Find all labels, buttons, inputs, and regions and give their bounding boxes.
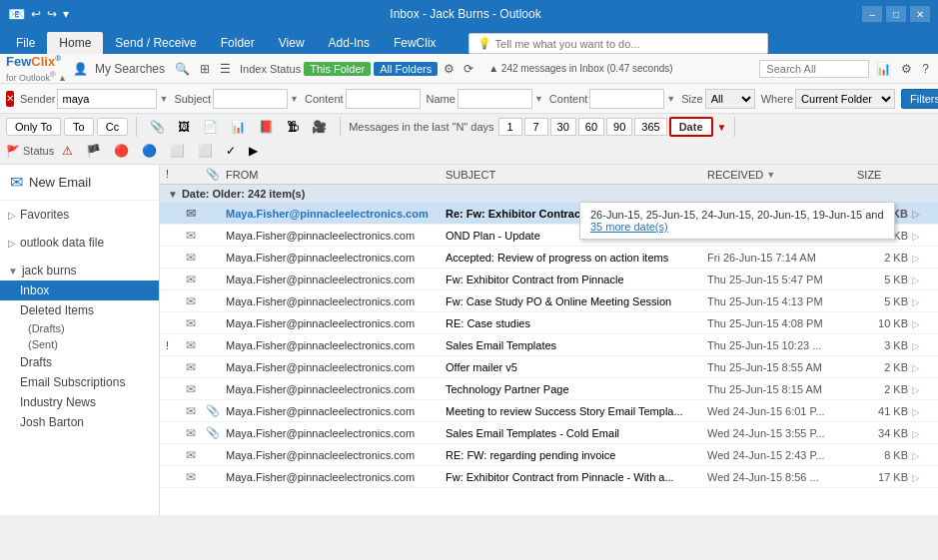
day-60-btn[interactable]: 60 (578, 118, 604, 136)
table-row[interactable]: ! ✉ 📎 Maya.Fisher@pinnacleelectronics.co… (160, 334, 938, 356)
table-row[interactable]: · ✉ 📎 Maya.Fisher@pinnacleelectronics.co… (160, 444, 938, 466)
all-folders-badge[interactable]: All Folders (374, 62, 438, 76)
day-365-btn[interactable]: 365 (634, 118, 666, 136)
list-icon-btn[interactable]: ☰ (217, 61, 234, 77)
search-bar-icon[interactable]: 📊 (873, 61, 894, 77)
this-folder-badge[interactable]: This Folder (304, 62, 371, 76)
doc-btn[interactable]: 📄 (198, 117, 223, 137)
content2-input[interactable] (589, 89, 664, 109)
sidebar-drafts2[interactable]: Drafts (0, 352, 159, 372)
table-row[interactable]: · ✉ 📎 Maya.Fisher@pinnacleelectronics.co… (160, 312, 938, 334)
window-controls: – □ ✕ (862, 6, 930, 22)
sidebar-sent[interactable]: (Sent) (0, 336, 159, 352)
date-dropdown-arrow[interactable]: ▼ (717, 122, 727, 133)
close-btn[interactable]: ✕ (910, 6, 930, 22)
table-row[interactable]: · ✉ 📎 Maya.Fisher@pinnacleelectronics.co… (160, 378, 938, 400)
sidebar-inbox[interactable]: Inbox (0, 280, 159, 300)
zip-btn[interactable]: 🗜 (282, 117, 304, 137)
quick-access-pin[interactable]: ▾ (63, 7, 69, 21)
search-all-input[interactable] (759, 60, 869, 78)
sidebar-favorites-header[interactable]: ▷ Favorites (0, 205, 159, 225)
index-settings-btn[interactable]: ⚙ (441, 61, 458, 77)
table-row[interactable]: · ✉ 📎 Maya.Fisher@pinnacleelectronics.co… (160, 269, 938, 290)
status-check-btn[interactable]: ✓ (221, 141, 241, 161)
filters-btn[interactable]: Filters (901, 89, 938, 109)
col-header-subject[interactable]: SUBJECT (446, 168, 707, 181)
minimize-btn[interactable]: – (862, 6, 882, 22)
table-row[interactable]: · ✉ 📎 Maya.Fisher@pinnacleelectronics.co… (160, 290, 938, 312)
redo-btn[interactable]: ↪ (47, 7, 57, 21)
size-select[interactable]: All (705, 89, 755, 109)
search-icon-btn[interactable]: 🔍 (172, 61, 193, 77)
tab-folder[interactable]: Folder (209, 32, 267, 54)
tab-fewclix[interactable]: FewClix (382, 32, 449, 54)
table-row[interactable]: · ✉ 📎 Maya.Fisher@pinnacleelectronics.co… (160, 247, 938, 269)
spreadsheet-btn[interactable]: 📊 (226, 117, 251, 137)
read-cell: ✉ (186, 251, 206, 265)
to-btn[interactable]: To (64, 118, 94, 136)
sender-input[interactable] (57, 89, 157, 109)
sidebar-deleted-items[interactable]: Deleted Items (0, 300, 159, 320)
sidebar-jackburns-header[interactable]: ▼ jack burns (0, 261, 159, 280)
index-refresh-btn[interactable]: ⟳ (461, 61, 476, 77)
sidebar-industry-news[interactable]: Industry News (0, 392, 159, 412)
subject-expand[interactable]: ▼ (290, 94, 299, 104)
new-email-btn[interactable]: ✉ New Email (0, 165, 159, 201)
table-row[interactable]: · ✉ 📎 Maya.Fisher@pinnacleelectronics.co… (160, 356, 938, 378)
status-empty1-btn[interactable]: ⬜ (165, 141, 190, 161)
where-select[interactable]: Current Folder (795, 89, 895, 109)
col-header-size[interactable]: SIZE (857, 168, 912, 181)
subject-input[interactable] (213, 89, 288, 109)
status-empty2-btn[interactable]: ⬜ (193, 141, 218, 161)
date-btn[interactable]: Date (669, 117, 713, 137)
status-play-btn[interactable]: ▶ (244, 141, 263, 161)
tell-me-input[interactable]: 💡 Tell me what you want to do... (469, 33, 768, 54)
col-header-received[interactable]: RECEIVED ▼ (707, 168, 857, 181)
tab-view[interactable]: View (267, 32, 317, 54)
search-help-btn[interactable]: ? (919, 61, 932, 77)
tooltip-more-dates-link[interactable]: 35 more date(s) (590, 221, 668, 233)
table-row[interactable]: · ✉ 📎 Maya.Fisher@pinnacleelectronics.co… (160, 422, 938, 444)
table-row[interactable]: · ✉ 📎 Maya.Fisher@pinnacleelectronics.co… (160, 400, 938, 422)
undo-btn[interactable]: ↩ (31, 7, 41, 21)
flag-icon: · (166, 405, 169, 417)
my-searches-btn[interactable]: My Searches (92, 61, 168, 77)
tab-addins[interactable]: Add-Ins (317, 32, 382, 54)
tab-home[interactable]: Home (47, 32, 103, 54)
content-input[interactable] (346, 89, 421, 109)
sidebar-email-subscriptions[interactable]: Email Subscriptions (0, 372, 159, 392)
cc-btn[interactable]: Cc (97, 118, 128, 136)
status-blue-btn[interactable]: 🔵 (137, 141, 162, 161)
day-1-btn[interactable]: 1 (498, 118, 522, 136)
clear-search-btn[interactable]: ✕ (6, 91, 14, 107)
video-btn[interactable]: 🎥 (307, 117, 332, 137)
attach-btn[interactable]: 📎 (145, 117, 170, 137)
day-90-btn[interactable]: 90 (606, 118, 632, 136)
col-header-from[interactable]: FROM (226, 168, 446, 181)
sidebar-drafts[interactable]: (Drafts) (0, 320, 159, 336)
email-rows-container: · ✉ 📎 Maya.Fisher@pinnacleelectronics.co… (160, 203, 938, 488)
table-row[interactable]: · ✉ 📎 Maya.Fisher@pinnacleelectronics.co… (160, 466, 938, 488)
tab-send-receive[interactable]: Send / Receive (103, 32, 208, 54)
tab-file[interactable]: File (4, 32, 47, 54)
name-expand[interactable]: ▼ (534, 94, 543, 104)
status-flag-btn[interactable]: 🏴 (81, 141, 106, 161)
photo-btn[interactable]: 🖼 (173, 117, 195, 137)
status-red-btn[interactable]: 🔴 (109, 141, 134, 161)
day-30-btn[interactable]: 30 (550, 118, 576, 136)
maximize-btn[interactable]: □ (886, 6, 906, 22)
name-input[interactable] (458, 89, 532, 109)
content2-expand[interactable]: ▼ (666, 94, 675, 104)
sender-expand[interactable]: ▼ (159, 94, 168, 104)
email-subscriptions-label: Email Subscriptions (20, 375, 125, 389)
day-7-btn[interactable]: 7 (524, 118, 548, 136)
date-group-header[interactable]: ▼ Date: Older: 242 item(s) (160, 185, 938, 203)
sidebar-outlook-header[interactable]: ▷ outlook data file (0, 233, 159, 253)
status-warn-btn[interactable]: ⚠ (57, 141, 78, 161)
grid-icon-btn[interactable]: ⊞ (197, 61, 213, 77)
search-settings-btn[interactable]: ⚙ (898, 61, 915, 77)
from-cell: Maya.Fisher@pinnacleelectronics.com (226, 405, 446, 417)
only-to-btn[interactable]: Only To (6, 118, 61, 136)
pdf-btn[interactable]: 📕 (254, 117, 279, 137)
sidebar-josh-barton[interactable]: Josh Barton (0, 412, 159, 432)
